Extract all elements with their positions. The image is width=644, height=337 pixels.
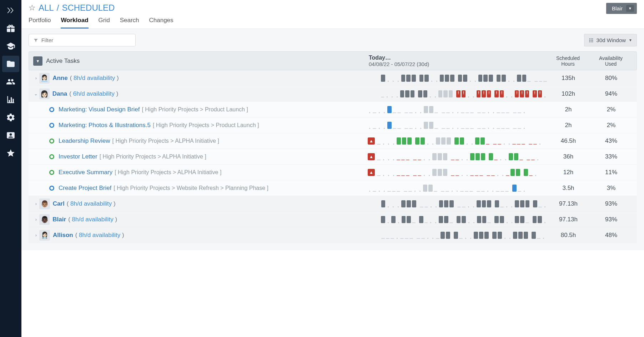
workload-cell bbox=[482, 216, 487, 223]
scheduled-hours: 2h bbox=[547, 106, 590, 113]
workload-cell bbox=[535, 175, 536, 176]
person-availability: ( 8h/d availability ) bbox=[67, 200, 116, 207]
sidebar-expand-icon[interactable] bbox=[2, 2, 19, 19]
workload-cell bbox=[515, 90, 519, 97]
col-hours-top: Scheduled bbox=[547, 55, 589, 61]
people-icon[interactable] bbox=[2, 74, 19, 90]
chevron-down-icon[interactable]: ⌄ bbox=[33, 91, 39, 96]
workload-cell bbox=[467, 144, 468, 145]
window-range-button[interactable]: 30d Window ▼ bbox=[584, 34, 637, 46]
workload-cell bbox=[468, 222, 469, 223]
workload-cell bbox=[466, 112, 469, 113]
chevron-right-icon[interactable]: › bbox=[33, 232, 39, 238]
workload-cell bbox=[506, 96, 507, 97]
workload-cell bbox=[477, 216, 481, 223]
tab-changes[interactable]: Changes bbox=[149, 17, 173, 29]
workload-cell bbox=[457, 207, 461, 207]
workload-cell bbox=[511, 206, 512, 207]
gift-icon[interactable] bbox=[2, 20, 19, 36]
person-name[interactable]: Blair bbox=[52, 216, 66, 223]
gear-icon[interactable] bbox=[2, 109, 19, 126]
chevron-right-icon[interactable]: › bbox=[33, 75, 39, 81]
workload-cell bbox=[384, 112, 385, 113]
person-row[interactable]: › 👨🏿 Blair ( 8h/d availability ) 97.13h … bbox=[29, 212, 637, 227]
task-name[interactable]: Create Project Brief bbox=[59, 185, 111, 192]
avatar: 👨🏽 bbox=[39, 198, 50, 209]
folder-icon[interactable] bbox=[2, 56, 19, 72]
workload-cell bbox=[384, 128, 385, 129]
person-card-icon[interactable] bbox=[2, 127, 19, 144]
graduation-cap-icon[interactable] bbox=[2, 38, 19, 54]
workload-cell bbox=[392, 191, 396, 192]
task-row[interactable]: Create Project Brief [ High Priority Pro… bbox=[29, 180, 637, 196]
workload-grid: ▼ Active Tasks Today… 04/08/22 - 05/07/2… bbox=[21, 51, 644, 250]
tab-search[interactable]: Search bbox=[120, 17, 139, 29]
workload-cell bbox=[434, 112, 438, 113]
person-name[interactable]: Carl bbox=[53, 200, 65, 207]
status-bullet-icon bbox=[49, 186, 54, 191]
task-path: [ High Priority Projects > ALPHA Initiat… bbox=[100, 154, 206, 160]
workload-cell bbox=[431, 206, 432, 207]
star-icon[interactable] bbox=[2, 145, 19, 161]
workload-cell bbox=[452, 112, 453, 113]
person-row[interactable]: › 👩🏻‍💼 Anne ( 8h/d availability ) 135h 8… bbox=[29, 70, 637, 86]
user-menu-button[interactable]: Blair ▼ bbox=[606, 3, 637, 14]
person-row[interactable]: › 👩🏻‍⚕️ Allison ( 8h/d availability ) 80… bbox=[29, 227, 637, 243]
workload-cell bbox=[462, 175, 463, 176]
task-name[interactable]: Marketing: Visual Design Brief bbox=[59, 106, 140, 113]
collapse-all-toggle[interactable]: ▼ bbox=[33, 56, 42, 66]
workload-cell bbox=[404, 191, 407, 192]
workload-cell bbox=[512, 144, 516, 145]
workload-cell bbox=[393, 81, 394, 82]
person-name[interactable]: Allison bbox=[53, 232, 73, 239]
task-row[interactable]: Leadership Review [ High Priority Projec… bbox=[29, 133, 637, 149]
favorite-star-icon[interactable]: ☆ bbox=[29, 3, 36, 12]
workload-cell bbox=[539, 144, 540, 145]
task-row[interactable]: Executive Summary [ High Priority Projec… bbox=[29, 165, 637, 180]
task-row[interactable]: Marketing: Visual Design Brief [ High Pr… bbox=[29, 102, 637, 117]
chevron-right-icon[interactable]: › bbox=[33, 201, 39, 206]
task-name[interactable]: Executive Summary bbox=[59, 169, 112, 176]
workload-cell bbox=[509, 144, 510, 145]
tab-grid[interactable]: Grid bbox=[99, 17, 110, 29]
workload-cell bbox=[520, 90, 524, 97]
workload-cell bbox=[481, 191, 485, 192]
person-name[interactable]: Dana bbox=[52, 90, 67, 97]
workload-cell bbox=[429, 175, 430, 176]
availability-used: 43% bbox=[590, 137, 633, 145]
workload-cell bbox=[472, 144, 473, 145]
workload-cell bbox=[517, 144, 520, 145]
workload-cell bbox=[397, 137, 401, 145]
workload-cell bbox=[512, 222, 513, 223]
chevron-right-icon[interactable]: › bbox=[33, 217, 39, 222]
workload-cell bbox=[401, 75, 406, 82]
workload-cell bbox=[418, 90, 422, 97]
workload-cell bbox=[429, 159, 430, 160]
workload-cell bbox=[504, 238, 505, 239]
tab-portfolio[interactable]: Portfolio bbox=[29, 17, 51, 29]
workload-cells bbox=[381, 200, 547, 207]
task-row[interactable]: Marketing: Photos & Illustrations.5 [ Hi… bbox=[29, 117, 637, 133]
workload-cell bbox=[438, 90, 442, 97]
task-name[interactable]: Leadership Review bbox=[59, 137, 110, 145]
task-name[interactable]: Marketing: Photos & Illustrations.5 bbox=[59, 122, 151, 129]
workload-cell bbox=[470, 238, 471, 239]
workload-cell bbox=[393, 159, 394, 160]
person-row[interactable]: ⌄ 👩🏻 Dana ( 6h/d availability ) 102h 94% bbox=[29, 86, 637, 102]
workload-cell bbox=[492, 191, 493, 192]
workload-cell bbox=[533, 216, 537, 223]
person-row[interactable]: › 👨🏽 Carl ( 8h/d availability ) 97.13h 9… bbox=[29, 196, 637, 212]
chart-icon[interactable] bbox=[2, 91, 19, 108]
task-name[interactable]: Investor Letter bbox=[59, 153, 97, 160]
breadcrumb-leaf[interactable]: SCHEDULED bbox=[62, 3, 115, 13]
task-row[interactable]: Investor Letter [ High Priority Projects… bbox=[29, 149, 637, 165]
person-name[interactable]: Anne bbox=[52, 75, 68, 82]
workload-cell bbox=[457, 191, 458, 192]
filter-input[interactable] bbox=[41, 37, 131, 43]
workload-cell bbox=[510, 169, 515, 176]
workload-cell bbox=[533, 144, 537, 145]
filter-input-wrap[interactable] bbox=[29, 34, 136, 46]
workload-cell bbox=[401, 175, 405, 176]
tab-workload[interactable]: Workload bbox=[61, 17, 88, 29]
breadcrumb-root[interactable]: ALL bbox=[39, 3, 54, 13]
